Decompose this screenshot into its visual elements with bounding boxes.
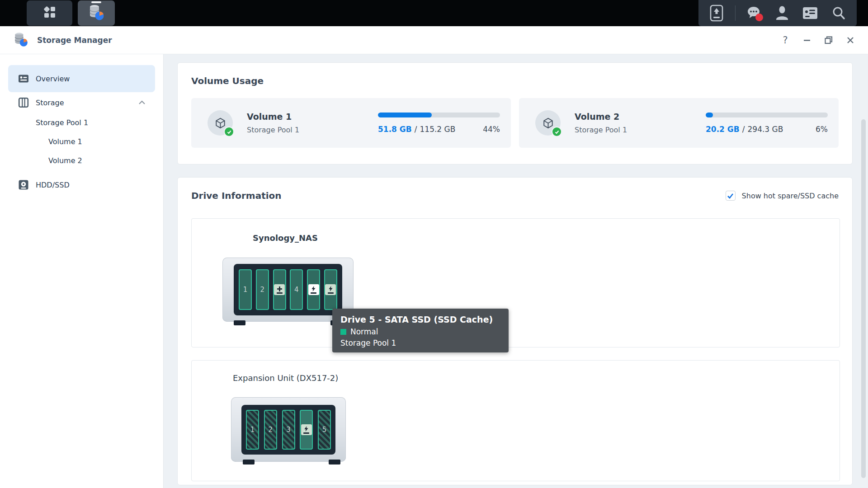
volume-icon	[535, 110, 561, 136]
minimize-button[interactable]	[799, 33, 815, 48]
slash: /	[742, 125, 745, 134]
volume-name: Volume 1	[247, 112, 299, 122]
sidebar-item-overview[interactable]: Overview	[8, 65, 155, 92]
storage-manager-icon	[87, 3, 105, 23]
nas-drive-bay-3[interactable]	[273, 269, 286, 310]
help-button[interactable]: ?	[778, 33, 793, 48]
volume-pool: Storage Pool 1	[247, 126, 299, 134]
storage-manager-app-icon	[13, 31, 29, 49]
expansion-unit-box: Expansion Unit (DX517-2) 1 2 3	[191, 360, 840, 481]
tooltip-pool: Storage Pool 1	[340, 338, 500, 347]
sidebar-item-label: Overview	[36, 75, 70, 83]
enclosure-foot	[243, 460, 255, 465]
nas-drive-bay-5[interactable]	[307, 269, 320, 310]
volume-usage-panel: Volume Usage	[177, 62, 853, 164]
scrollbar-track[interactable]	[860, 55, 867, 487]
taskbar	[0, 0, 868, 26]
expansion-enclosure: 1 2 3	[231, 397, 346, 462]
maximize-button[interactable]	[821, 33, 836, 48]
window-title: Storage Manager	[37, 36, 112, 45]
content-area: Volume Usage	[164, 54, 868, 488]
volume-pool: Storage Pool 1	[575, 126, 627, 134]
overview-icon	[18, 73, 29, 84]
volume-1-card[interactable]: Volume 1 Storage Pool 1 51.8 GB / 115.2 …	[191, 98, 511, 148]
volume-progress-bar	[378, 113, 500, 117]
sidebar-item-volume-2[interactable]: Volume 2	[0, 151, 163, 170]
nas-drive-bay-6[interactable]	[324, 269, 337, 310]
ssd-cache-icon	[308, 284, 319, 295]
volume-percent: 44%	[483, 125, 500, 134]
ssd-cache-icon	[301, 424, 312, 435]
tray-separator	[735, 5, 736, 21]
window-controls: ?	[778, 33, 858, 48]
checkbox-checked-icon[interactable]	[726, 191, 736, 201]
sidebar-item-hdd-ssd[interactable]: HDD/SSD	[8, 174, 155, 195]
sidebar-item-label: Storage	[36, 99, 64, 107]
system-tray	[698, 0, 857, 26]
volume-progress-fill	[706, 113, 713, 117]
show-hot-spare-toggle[interactable]: Show hot spare/SSD cache	[726, 191, 839, 201]
active-app-indicator	[91, 1, 101, 3]
exp-drive-bay-4[interactable]	[300, 410, 313, 450]
main-menu-button[interactable]	[27, 0, 72, 26]
notification-badge	[755, 14, 763, 21]
external-device-icon[interactable]	[707, 3, 726, 23]
volume-2-card[interactable]: Volume 2 Storage Pool 1 20.2 GB / 294.3 …	[519, 98, 839, 148]
nas-drive-bay-1[interactable]: 1	[239, 269, 252, 310]
sidebar-item-volume-1[interactable]: Volume 1	[0, 132, 163, 151]
volume-used: 51.8 GB	[378, 125, 412, 134]
expansion-unit-name: Expansion Unit (DX517-2)	[233, 373, 338, 383]
nas-unit-box: Synology_NAS 1 2	[191, 218, 840, 347]
volume-total: 115.2 GB	[420, 125, 456, 134]
exp-drive-bay-3[interactable]: 3	[282, 410, 295, 450]
slash: /	[415, 125, 417, 134]
show-hot-spare-label: Show hot spare/SSD cache	[742, 192, 839, 200]
window-titlebar: Storage Manager ?	[0, 26, 868, 54]
exp-drive-bay-2[interactable]: 2	[264, 410, 277, 450]
volume-progress-bar	[706, 113, 828, 117]
volume-stats: 20.2 GB / 294.3 GB 6%	[706, 125, 828, 134]
sidebar-item-storage-pool-1[interactable]: Storage Pool 1	[0, 113, 163, 132]
status-ok-icon	[552, 127, 562, 137]
status-ok-icon	[224, 127, 234, 137]
hot-spare-icon	[274, 284, 285, 295]
volume-name: Volume 2	[575, 112, 627, 122]
taskbar-storage-manager-button[interactable]	[78, 0, 115, 26]
volume-stats: 51.8 GB / 115.2 GB 44%	[378, 125, 500, 134]
ssd-cache-icon	[325, 284, 336, 295]
sidebar-item-storage[interactable]: Storage	[8, 92, 155, 113]
scrollbar-thumb[interactable]	[861, 119, 866, 478]
nas-unit-name: Synology_NAS	[253, 233, 318, 243]
tooltip-title: Drive 5 - SATA SSD (SSD Cache)	[340, 314, 500, 324]
nas-drive-bay-4[interactable]: 4	[290, 269, 303, 310]
tooltip-status: Normal	[350, 327, 378, 336]
volume-percent: 6%	[816, 125, 828, 134]
user-icon[interactable]	[772, 3, 792, 23]
status-normal-icon	[340, 329, 346, 335]
close-icon[interactable]	[843, 33, 858, 48]
drive-tooltip: Drive 5 - SATA SSD (SSD Cache) Normal St…	[332, 309, 509, 352]
nas-drive-bay-2[interactable]: 2	[256, 269, 269, 310]
storage-icon	[18, 97, 29, 108]
enclosure-foot	[234, 320, 245, 325]
exp-drive-bay-1[interactable]: 1	[246, 410, 259, 450]
enclosure-foot	[329, 460, 340, 465]
volume-used: 20.2 GB	[706, 125, 740, 134]
volume-icon	[208, 110, 233, 136]
sidebar: Overview Storage Storage Pool 1 Volume 1…	[0, 54, 164, 488]
app-grid-icon	[42, 5, 57, 21]
exp-drive-bay-5[interactable]: 5	[318, 410, 331, 450]
volume-usage-title: Volume Usage	[191, 75, 839, 86]
drive-information-title: Drive Information	[191, 190, 282, 201]
hdd-icon	[18, 179, 29, 190]
drive-information-panel: Drive Information Show hot spare/SSD cac…	[177, 177, 853, 485]
volume-total: 294.3 GB	[748, 125, 783, 134]
notifications-chat-icon[interactable]	[744, 3, 764, 23]
volume-progress-fill	[378, 113, 432, 117]
chevron-up-icon[interactable]	[138, 99, 146, 107]
search-icon[interactable]	[829, 3, 849, 23]
widgets-icon[interactable]	[800, 3, 820, 23]
